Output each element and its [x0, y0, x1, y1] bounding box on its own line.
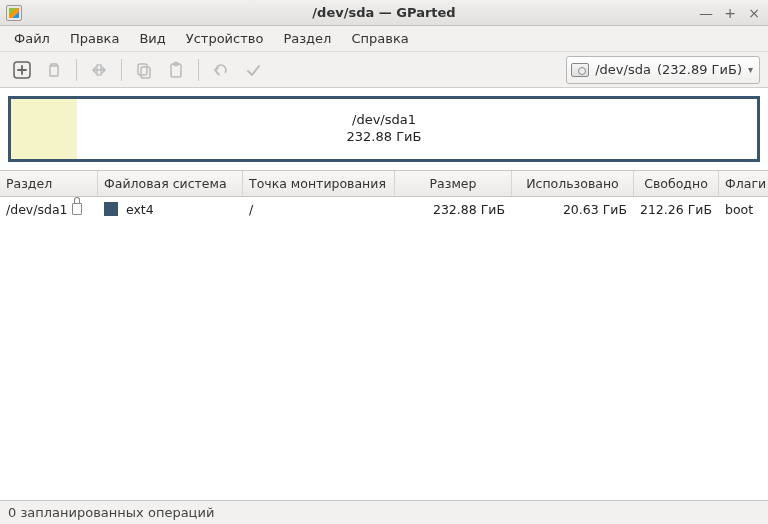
- device-size: (232.89 ГиБ): [657, 62, 742, 77]
- col-filesystem[interactable]: Файловая система: [98, 171, 243, 196]
- menubar: Файл Правка Вид Устройство Раздел Справк…: [0, 26, 768, 52]
- paste-button[interactable]: [162, 56, 190, 84]
- partition-bar[interactable]: /dev/sda1 232.88 ГиБ: [8, 96, 760, 162]
- minimize-button[interactable]: —: [698, 5, 714, 21]
- check-icon: [244, 61, 262, 79]
- toolbar-separator: [121, 59, 122, 81]
- apply-button[interactable]: [239, 56, 267, 84]
- cell-used: 20.63 ГиБ: [512, 197, 634, 221]
- resize-move-button[interactable]: [85, 56, 113, 84]
- app-icon: [6, 5, 22, 21]
- maximize-button[interactable]: +: [722, 5, 738, 21]
- copy-button[interactable]: [130, 56, 158, 84]
- cell-mountpoint: /: [243, 197, 395, 221]
- svg-rect-2: [138, 64, 147, 75]
- device-name: /dev/sda: [595, 62, 651, 77]
- col-free[interactable]: Свободно: [634, 171, 719, 196]
- titlebar: /dev/sda — GParted — + ×: [0, 0, 768, 26]
- partition-size: 232.88 ГиБ: [347, 129, 422, 146]
- device-selector[interactable]: /dev/sda (232.89 ГиБ) ▾: [566, 56, 760, 84]
- menu-edit[interactable]: Правка: [62, 28, 127, 49]
- plus-box-icon: [13, 61, 31, 79]
- toolbar-separator: [76, 59, 77, 81]
- partition-label: /dev/sda1 232.88 ГиБ: [347, 112, 422, 146]
- menu-partition[interactable]: Раздел: [275, 28, 339, 49]
- menu-help[interactable]: Справка: [343, 28, 416, 49]
- copy-icon: [135, 61, 153, 79]
- svg-rect-3: [141, 67, 150, 78]
- close-button[interactable]: ×: [746, 5, 762, 21]
- fs-color-swatch: [104, 202, 118, 216]
- table-header: Раздел Файловая система Точка монтирован…: [0, 171, 768, 197]
- toolbar-separator: [198, 59, 199, 81]
- partition-name-text: /dev/sda1: [6, 202, 68, 217]
- menu-view[interactable]: Вид: [131, 28, 173, 49]
- resize-icon: [90, 61, 108, 79]
- delete-partition-button[interactable]: [40, 56, 68, 84]
- new-partition-button[interactable]: [8, 56, 36, 84]
- col-size[interactable]: Размер: [395, 171, 512, 196]
- partition-used-region: [11, 99, 77, 159]
- statusbar: 0 запланированных операций: [0, 500, 768, 524]
- table-row[interactable]: /dev/sda1 ext4 / 232.88 ГиБ 20.63 ГиБ 21…: [0, 197, 768, 221]
- toolbar: /dev/sda (232.89 ГиБ) ▾: [0, 52, 768, 88]
- partition-name: /dev/sda1: [347, 112, 422, 129]
- trash-icon: [45, 61, 63, 79]
- partition-graphic-area: /dev/sda1 232.88 ГиБ: [0, 88, 768, 170]
- partition-table: Раздел Файловая система Точка монтирован…: [0, 170, 768, 500]
- disk-icon: [571, 63, 589, 77]
- col-flags[interactable]: Флаги: [719, 171, 768, 196]
- filesystem-text: ext4: [126, 202, 154, 217]
- cell-free: 212.26 ГиБ: [634, 197, 719, 221]
- cell-partition: /dev/sda1: [0, 197, 98, 221]
- col-mountpoint[interactable]: Точка монтирования: [243, 171, 395, 196]
- col-partition[interactable]: Раздел: [0, 171, 98, 196]
- col-used[interactable]: Использовано: [512, 171, 634, 196]
- undo-icon: [212, 61, 230, 79]
- pending-operations: 0 запланированных операций: [8, 505, 214, 520]
- chevron-down-icon: ▾: [748, 64, 753, 75]
- menu-device[interactable]: Устройство: [178, 28, 272, 49]
- lock-icon: [72, 203, 82, 215]
- window-title: /dev/sda — GParted: [312, 5, 455, 20]
- menu-file[interactable]: Файл: [6, 28, 58, 49]
- undo-button[interactable]: [207, 56, 235, 84]
- cell-filesystem: ext4: [98, 197, 243, 221]
- cell-flags: boot: [719, 197, 768, 221]
- cell-size: 232.88 ГиБ: [395, 197, 512, 221]
- paste-icon: [167, 61, 185, 79]
